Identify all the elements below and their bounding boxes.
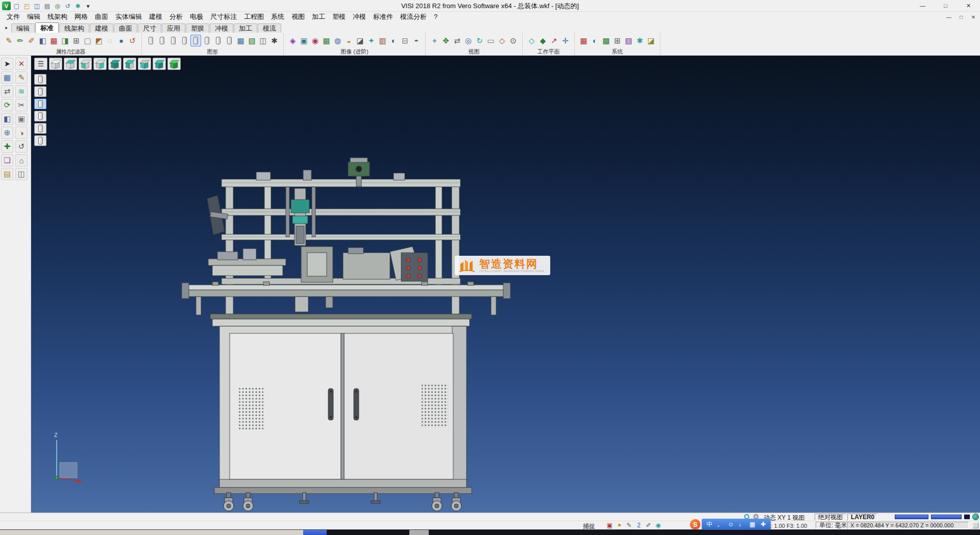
background-icon[interactable]: ◒ bbox=[344, 35, 354, 46]
active-layer-indicator[interactable]: LAYER0 bbox=[847, 514, 878, 521]
mdi-close-button[interactable]: ✕ bbox=[970, 14, 977, 20]
view-cube-white-icon[interactable] bbox=[49, 58, 62, 70]
ime-logo[interactable]: S bbox=[690, 519, 700, 529]
view-cube-side-icon[interactable] bbox=[93, 58, 107, 70]
undo-view-icon[interactable]: ↺ bbox=[15, 140, 28, 153]
display-wireframe-icon[interactable] bbox=[34, 74, 46, 85]
shade-mode-4-icon[interactable] bbox=[179, 35, 190, 46]
shade-mode-1-icon[interactable] bbox=[145, 35, 156, 46]
display-shaded-icon[interactable] bbox=[34, 99, 46, 109]
view-cube-bottom-icon[interactable] bbox=[138, 58, 151, 70]
menu-文件[interactable]: 文件 bbox=[3, 12, 23, 22]
home-view-icon[interactable]: ⌂ bbox=[15, 154, 28, 166]
shaded-box-icon[interactable]: ▧ bbox=[247, 35, 257, 46]
layer-color-bar[interactable] bbox=[895, 515, 928, 519]
units-indicator[interactable]: 单位: 毫米 bbox=[816, 522, 851, 529]
mirror-tool-icon[interactable]: ◧ bbox=[1, 113, 13, 125]
menu-网格[interactable]: 网格 bbox=[71, 12, 91, 22]
texture-icon[interactable]: ▣ bbox=[299, 35, 309, 46]
hide-entities-icon[interactable]: ◌ bbox=[105, 35, 115, 46]
mask-filter-icon[interactable]: ⊞ bbox=[71, 35, 82, 46]
shade-mode-6-icon[interactable] bbox=[213, 35, 224, 46]
snapshot-icon[interactable]: ◓ bbox=[411, 35, 422, 46]
menu-模流分析[interactable]: 模流分析 bbox=[397, 12, 430, 22]
tab-加工[interactable]: 加工 bbox=[234, 23, 257, 33]
status-level-icon[interactable]: 2 bbox=[634, 521, 643, 529]
zoom-all-icon[interactable]: ⌖ bbox=[429, 35, 440, 46]
workplane-normal-icon[interactable]: ↗ bbox=[549, 35, 559, 46]
menu-曲面[interactable]: 曲面 bbox=[91, 12, 112, 22]
status-globe-icon[interactable]: ◉ bbox=[654, 521, 663, 529]
select-tool-icon[interactable]: ➤ bbox=[1, 58, 13, 70]
measure-tool-icon[interactable]: ◑ bbox=[15, 127, 28, 139]
highlight-icon[interactable]: ✦ bbox=[366, 35, 377, 46]
entity-filter-icon[interactable]: ◨ bbox=[60, 35, 70, 46]
rotate-view-icon[interactable]: ⟳ bbox=[1, 99, 13, 111]
mdi-restore-button[interactable]: □ bbox=[958, 14, 965, 20]
workplane-align-icon[interactable]: ◆ bbox=[537, 35, 548, 46]
system-tools-icon[interactable]: ✱ bbox=[634, 35, 645, 46]
menu-冲模[interactable]: 冲模 bbox=[349, 12, 370, 22]
render-settings-icon[interactable]: ✱ bbox=[269, 35, 280, 46]
tab-overflow-button[interactable]: ▼ bbox=[2, 23, 10, 33]
edit-attributes-icon[interactable]: ✎ bbox=[4, 35, 14, 46]
offset-tool-icon[interactable]: ⊕ bbox=[1, 127, 13, 139]
wave-tool-icon[interactable]: ≋ bbox=[15, 85, 28, 98]
menu-线架构[interactable]: 线架构 bbox=[44, 12, 71, 22]
tab-曲面[interactable]: 曲面 bbox=[114, 23, 137, 33]
status-edit-icon[interactable]: ✎ bbox=[625, 521, 633, 529]
tab-模流[interactable]: 模流 bbox=[258, 23, 281, 33]
status-flame-icon[interactable]: ✦ bbox=[615, 521, 624, 529]
display-analysis-icon[interactable] bbox=[34, 135, 46, 146]
advanced-render-icon[interactable]: ◈ bbox=[287, 35, 298, 46]
ime-toolbox-icon[interactable]: ✚ bbox=[758, 519, 768, 530]
invert-filter-icon[interactable]: ◩ bbox=[93, 35, 104, 46]
view-orientation-icon[interactable]: ◇ bbox=[497, 35, 507, 46]
array-tool-icon[interactable]: ▣ bbox=[15, 113, 28, 125]
pan-tool-icon[interactable]: ⇄ bbox=[1, 85, 13, 98]
display-transparent-icon[interactable] bbox=[34, 123, 46, 134]
tab-标准[interactable]: 标准 bbox=[35, 22, 59, 33]
menu-塑模[interactable]: 塑模 bbox=[329, 12, 349, 22]
shade-mode-active-icon[interactable] bbox=[190, 35, 201, 46]
reset-filter-icon[interactable]: ↺ bbox=[127, 35, 138, 46]
menu-分析[interactable]: 分析 bbox=[166, 12, 186, 22]
layer-manager-icon[interactable]: ◧ bbox=[37, 35, 48, 46]
rotate-view-tool-icon[interactable]: ↻ bbox=[474, 35, 485, 46]
delete-tool-icon[interactable]: ✕ bbox=[15, 58, 28, 70]
wireframe-box-icon[interactable]: ▦ bbox=[235, 35, 246, 46]
ime-lang-icon[interactable]: 中 bbox=[705, 519, 714, 530]
menu-实体编辑[interactable]: 实体编辑 bbox=[112, 12, 145, 22]
view-cube-shaded-icon[interactable] bbox=[167, 58, 181, 70]
properties-tool-icon[interactable]: ◫ bbox=[15, 168, 28, 180]
shade-mode-3-icon[interactable] bbox=[168, 35, 179, 46]
ime-keyboard-icon[interactable]: ▦ bbox=[748, 519, 757, 530]
view-cube-left-icon[interactable] bbox=[123, 58, 136, 70]
shade-mode-7-icon[interactable] bbox=[224, 35, 235, 46]
menu-标准件[interactable]: 标准件 bbox=[370, 12, 397, 22]
workplane-origin-icon[interactable]: ✛ bbox=[560, 35, 571, 46]
ime-bar[interactable]: S 中。☺♩▦✚ bbox=[690, 518, 771, 530]
status-select-icon[interactable]: ▣ bbox=[605, 521, 614, 529]
menu-尺寸标注[interactable]: 尺寸标注 bbox=[207, 12, 240, 22]
menu-系统[interactable]: 系统 bbox=[267, 12, 288, 22]
point-tool-icon[interactable]: ✚ bbox=[1, 140, 13, 153]
zoom-previous-icon[interactable]: ◎ bbox=[463, 35, 474, 46]
view-cube-back-icon[interactable] bbox=[108, 58, 121, 70]
minimize-button[interactable]: — bbox=[911, 0, 934, 12]
layers-tool-icon[interactable]: ❏ bbox=[1, 154, 13, 166]
layer-color-bar-2[interactable] bbox=[931, 515, 962, 519]
menu-电极[interactable]: 电极 bbox=[186, 12, 207, 22]
shade-mode-2-icon[interactable] bbox=[157, 35, 167, 46]
section-view-icon[interactable]: ◪ bbox=[355, 35, 365, 46]
status-pen-icon[interactable]: ✐ bbox=[644, 521, 653, 529]
copy-attributes-icon[interactable]: ✏ bbox=[15, 35, 26, 46]
display-shaded-edges-icon[interactable] bbox=[34, 111, 46, 121]
zoom-window-icon[interactable]: ▦ bbox=[1, 71, 13, 84]
lighting-icon[interactable]: ▦ bbox=[321, 35, 332, 46]
tab-塑膜[interactable]: 塑膜 bbox=[186, 23, 209, 33]
tab-尺寸[interactable]: 尺寸 bbox=[138, 23, 161, 33]
status-sync-icon[interactable] bbox=[973, 514, 978, 520]
menu-工程图[interactable]: 工程图 bbox=[240, 12, 267, 22]
show-entities-icon[interactable]: ● bbox=[116, 35, 127, 46]
